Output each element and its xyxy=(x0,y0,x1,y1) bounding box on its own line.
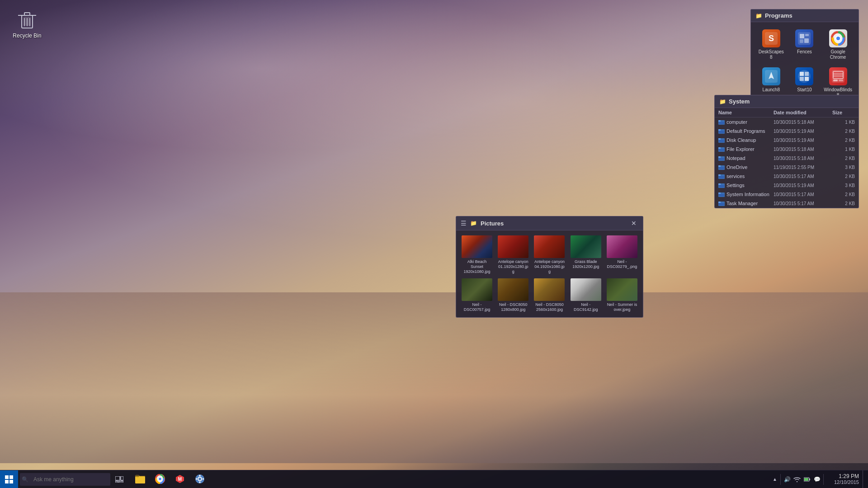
picture-item[interactable]: Grass Blade1920x1200.jpg xyxy=(569,234,603,275)
tray-expand-button[interactable]: ▲ xyxy=(771,470,778,488)
svg-rect-48 xyxy=(718,165,721,167)
system-row[interactable]: OneDrive 11/19/2015 2:55 PM 3 KB xyxy=(715,163,859,172)
system-row[interactable]: Disk Cleanup 10/30/2015 5:19 AM 2 KB xyxy=(715,136,859,145)
svg-rect-52 xyxy=(719,176,724,178)
pictures-widget-title: Pictures xyxy=(481,220,504,227)
system-row-name: File Explorer xyxy=(718,146,774,152)
svg-rect-72 xyxy=(119,481,123,483)
system-row-size: 3 KB xyxy=(832,183,855,188)
picture-thumbnail xyxy=(571,278,601,301)
svg-rect-55 xyxy=(719,185,724,188)
picture-label: Antelope canyon04.1920x1080.jpg xyxy=(533,259,565,274)
picture-item[interactable]: Neil - DSC80501280x800.jpg xyxy=(496,277,530,314)
picture-label: Neil - DSC9142.jpg xyxy=(570,302,602,312)
system-row[interactable]: File Explorer 10/30/2015 5:18 AM 1 KB xyxy=(715,145,859,154)
file-explorer-icon xyxy=(135,474,146,484)
system-row-date: 11/19/2015 2:55 PM xyxy=(774,165,832,170)
svg-rect-69 xyxy=(115,476,120,480)
svg-rect-12 xyxy=(800,39,803,43)
picture-item[interactable]: Neil - DSC9142.jpg xyxy=(569,277,603,314)
system-row-name: System Information xyxy=(718,191,774,197)
picture-item[interactable]: Antelope canyon01.1920x1280.jpg xyxy=(496,234,530,275)
svg-rect-85 xyxy=(199,482,201,483)
metro-icon: M xyxy=(175,474,185,484)
taskbar-file-explorer[interactable] xyxy=(130,470,150,488)
picture-thumbnail xyxy=(462,278,492,301)
system-row[interactable]: Settings 10/30/2015 5:19 AM 3 KB xyxy=(715,181,859,190)
deskscapes-label: DeskScapes 8 xyxy=(757,49,785,60)
svg-rect-57 xyxy=(718,192,721,194)
program-deskscapes[interactable]: S DeskScapes 8 xyxy=(755,27,787,63)
system-row[interactable]: System Information 10/30/2015 5:17 AM 2 … xyxy=(715,190,859,199)
svg-rect-46 xyxy=(719,158,724,160)
picture-item[interactable]: Neil -DSC00279_.png xyxy=(605,234,639,275)
system-row[interactable]: computer 10/30/2015 5:18 AM 1 KB xyxy=(715,117,859,127)
programs-folder-icon: 📁 xyxy=(755,13,762,19)
system-row-date: 10/30/2015 5:19 AM xyxy=(774,183,832,188)
taskbar-settings[interactable] xyxy=(190,470,210,488)
taskbar-metro[interactable]: M xyxy=(170,470,190,488)
program-chrome[interactable]: Google Chrome xyxy=(822,27,854,63)
picture-thumbnail xyxy=(498,278,528,301)
notification-icon[interactable]: 💬 xyxy=(812,470,821,488)
program-fences[interactable]: Fences xyxy=(789,27,821,63)
start-button[interactable] xyxy=(0,470,18,488)
volume-icon[interactable]: 🔊 xyxy=(783,470,792,488)
recycle-bin-icon[interactable]: Recycle Bin xyxy=(9,9,45,39)
svg-rect-74 xyxy=(135,477,145,483)
picture-item[interactable]: Neil - Summer isover.jpeg xyxy=(605,277,639,314)
taskbar-chrome[interactable] xyxy=(150,470,170,488)
system-widget-title: System xyxy=(729,98,750,105)
svg-rect-34 xyxy=(719,122,724,124)
picture-item[interactable]: Antelope canyon04.1920x1080.jpg xyxy=(532,234,566,275)
system-row[interactable]: Task Manager 10/30/2015 5:17 AM 2 KB xyxy=(715,199,859,208)
picture-item[interactable]: Alki Beach Sunset1920x1080.jpg xyxy=(460,234,494,275)
system-row-size: 2 KB xyxy=(832,201,855,206)
system-row-name: Notepad xyxy=(718,155,774,161)
picture-item[interactable]: Neil - DSC80502560x1600.jpg xyxy=(532,277,566,314)
svg-rect-23 xyxy=(800,77,804,81)
picture-item[interactable]: Neil -DSC00757.jpg xyxy=(460,277,494,314)
col-date: Date modified xyxy=(774,110,832,115)
svg-rect-89 xyxy=(809,479,810,480)
system-row-size: 2 KB xyxy=(832,138,855,143)
task-view-button[interactable] xyxy=(110,470,128,488)
picture-thumbnail xyxy=(498,235,528,258)
svg-rect-54 xyxy=(718,183,721,185)
clock-date: 12/10/2015 xyxy=(834,479,859,485)
show-desktop-button[interactable] xyxy=(863,470,866,488)
pictures-folder-icon: 📁 xyxy=(470,220,477,226)
picture-label: Antelope canyon01.1920x1280.jpg xyxy=(497,259,529,274)
svg-rect-30 xyxy=(833,80,838,81)
taskbar-clock[interactable]: 1:29 PM 12/10/2015 xyxy=(826,470,862,488)
battery-icon[interactable] xyxy=(802,470,811,488)
system-row[interactable]: Default Programs 10/30/2015 5:19 AM 2 KB xyxy=(715,127,859,136)
recycle-bin-image xyxy=(16,9,38,31)
picture-label: Neil -DSC00279_.png xyxy=(607,259,637,269)
system-item-icon xyxy=(718,200,725,206)
pictures-menu-icon[interactable]: ☰ xyxy=(461,220,467,227)
system-row[interactable]: Notepad 10/30/2015 5:18 AM 2 KB xyxy=(715,154,859,163)
search-input[interactable] xyxy=(20,473,110,486)
svg-rect-36 xyxy=(718,129,721,131)
system-row[interactable]: services 10/30/2015 5:17 AM 2 KB xyxy=(715,172,859,181)
svg-rect-21 xyxy=(800,72,804,76)
start10-icon xyxy=(795,67,813,85)
system-row-date: 10/30/2015 5:17 AM xyxy=(774,192,832,197)
svg-rect-43 xyxy=(719,149,724,151)
picture-label: Alki Beach Sunset1920x1080.jpg xyxy=(461,259,493,274)
svg-rect-66 xyxy=(9,475,13,479)
clock-time: 1:29 PM xyxy=(839,473,859,479)
water-layer xyxy=(0,292,868,463)
system-row-size: 1 KB xyxy=(832,120,855,125)
svg-rect-70 xyxy=(121,476,123,480)
system-table-header: Name Date modified Size xyxy=(715,108,859,117)
system-row-size: 1 KB xyxy=(832,147,855,152)
svg-rect-65 xyxy=(5,475,9,479)
taskbar-apps: M xyxy=(130,470,210,488)
pictures-close-button[interactable]: ✕ xyxy=(629,219,638,228)
programs-widget: 📁 Programs S DeskScapes 8 xyxy=(750,9,859,106)
network-icon[interactable] xyxy=(793,470,802,488)
pictures-widget-header: ☰ 📁 Pictures ✕ xyxy=(456,216,643,230)
col-name: Name xyxy=(718,110,774,115)
